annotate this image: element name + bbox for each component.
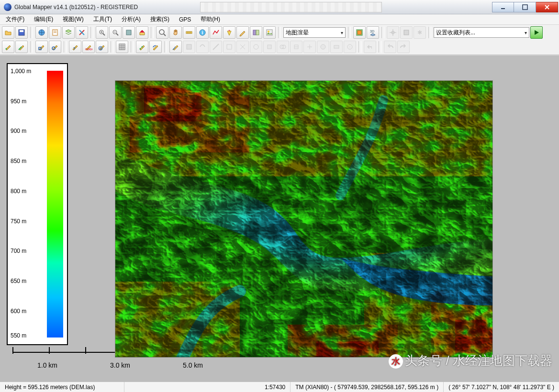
menu-bar: 文件(F) 编辑(E) 视图(W) 工具(T) 分析(A) 搜索(S) GPS … xyxy=(0,14,559,25)
create-line-button[interactable] xyxy=(15,41,28,53)
zoom-out-button[interactable] xyxy=(109,26,122,39)
create-cogo-button[interactable]: COGO xyxy=(82,41,95,53)
edit-vector-button[interactable] xyxy=(236,26,249,39)
map-render-select[interactable]: 地图渲晕 ▾ xyxy=(283,27,346,38)
svg-line-13 xyxy=(103,33,105,35)
tool-d11[interactable] xyxy=(317,41,329,53)
menu-help[interactable]: 帮助(H) xyxy=(197,14,224,24)
menu-view[interactable]: 视图(W) xyxy=(59,14,87,24)
tool-d10[interactable] xyxy=(303,41,316,53)
svg-rect-39 xyxy=(404,30,409,35)
menu-analyze[interactable]: 分析(A) xyxy=(118,14,145,24)
svg-text:✱: ✱ xyxy=(417,29,422,36)
favorites-select[interactable]: 设置收藏列表... ▾ xyxy=(434,27,529,38)
map-view[interactable] xyxy=(115,80,493,358)
svg-text:i: i xyxy=(202,30,203,35)
view-3d-button[interactable]: 3D xyxy=(367,26,379,39)
tool-d1[interactable] xyxy=(183,41,195,53)
toolbar-row-1: i 地图渲晕 ▾ 3D ✱ 设置收藏列表... ▾ xyxy=(1,26,558,39)
svg-point-54 xyxy=(140,48,141,50)
watermark-avatar-icon: 水 xyxy=(389,354,403,369)
close-button[interactable] xyxy=(536,2,558,12)
scale-label: 1.0 km xyxy=(37,361,57,369)
measure-button[interactable] xyxy=(183,26,195,39)
create-point-button[interactable] xyxy=(2,41,14,53)
menu-tools[interactable]: 工具(T) xyxy=(89,14,116,24)
svg-point-66 xyxy=(349,46,351,48)
tool-d5[interactable] xyxy=(236,41,249,53)
rotate-feature-button[interactable] xyxy=(149,41,162,53)
home-button[interactable] xyxy=(136,26,148,39)
toolbar-row-2: T COGO xyxy=(1,40,558,54)
style-button[interactable] xyxy=(76,26,88,39)
legend-tick: 600 m xyxy=(11,308,26,315)
menu-file[interactable]: 文件(F) xyxy=(2,14,28,24)
tool-d12[interactable] xyxy=(330,41,343,53)
svg-rect-49 xyxy=(119,44,125,50)
status-height: Height = 595.126 meters (DEM.las) xyxy=(0,382,124,392)
minimize-button[interactable] xyxy=(492,2,514,12)
zoom-tool-button[interactable] xyxy=(156,26,168,39)
move-vertex-button[interactable] xyxy=(136,41,148,53)
save-button[interactable] xyxy=(15,26,28,39)
viewshed-button[interactable] xyxy=(223,26,235,39)
create-rect-button[interactable] xyxy=(49,41,61,53)
svg-line-57 xyxy=(213,44,219,50)
image-swatch-button[interactable] xyxy=(263,26,276,39)
shader-options-button[interactable] xyxy=(353,26,366,39)
svg-rect-64 xyxy=(334,45,339,48)
svg-rect-31 xyxy=(267,30,272,35)
tool-d3[interactable] xyxy=(210,41,222,53)
window-title: Global Mapper v14.1 (b120512) - REGISTER… xyxy=(14,4,138,11)
gps-stop-button[interactable]: ✱ xyxy=(414,26,426,39)
status-projection: TM (XIAN80) - ( 579749.539, 2982568.167,… xyxy=(291,382,444,392)
menu-gps[interactable]: GPS xyxy=(175,15,195,24)
svg-point-20 xyxy=(159,30,164,34)
scale-feature-button[interactable] xyxy=(169,41,182,53)
svg-point-63 xyxy=(321,44,325,49)
pan-tool-button[interactable] xyxy=(169,26,182,39)
watermark: 水头条号 / 水经注地图下载器 xyxy=(389,352,552,369)
svg-point-32 xyxy=(268,31,269,33)
svg-line-21 xyxy=(164,34,166,36)
create-text-button[interactable]: T xyxy=(69,41,81,53)
legend-tick: 800 m xyxy=(11,188,26,195)
create-grid-button[interactable] xyxy=(116,41,128,53)
svg-text:T: T xyxy=(73,46,76,51)
legend-tick: 900 m xyxy=(11,128,26,134)
tool-d2[interactable] xyxy=(196,41,209,53)
create-area-button[interactable] xyxy=(35,41,48,53)
tool-d9[interactable] xyxy=(290,41,302,53)
create-range-ring-button[interactable] xyxy=(96,41,108,53)
tool-d13[interactable] xyxy=(344,41,356,53)
svg-rect-1 xyxy=(523,5,527,10)
swipe-button[interactable] xyxy=(250,26,262,39)
tool-d4[interactable] xyxy=(223,41,235,53)
maximize-button[interactable] xyxy=(514,2,536,12)
svg-text:COGO: COGO xyxy=(85,48,92,51)
svg-rect-30 xyxy=(256,30,259,35)
info-button[interactable]: i xyxy=(196,26,209,39)
redo-button[interactable] xyxy=(397,41,410,53)
config-button[interactable] xyxy=(49,26,61,39)
tool-d7[interactable] xyxy=(263,41,276,53)
open-button[interactable] xyxy=(2,26,14,39)
undo-feature-button[interactable] xyxy=(364,41,376,53)
legend-tick: 1,000 m xyxy=(11,68,31,75)
gps-track-button[interactable] xyxy=(387,26,399,39)
svg-rect-19 xyxy=(126,30,131,35)
layers-button[interactable] xyxy=(62,26,75,39)
menu-search[interactable]: 搜索(S) xyxy=(146,14,173,24)
svg-rect-59 xyxy=(268,45,271,49)
online-sources-button[interactable] xyxy=(35,26,48,39)
gps-record-button[interactable] xyxy=(400,26,413,39)
scale-label: 5.0 km xyxy=(183,361,203,369)
undo-button[interactable] xyxy=(384,41,396,53)
zoom-in-button[interactable] xyxy=(96,26,108,39)
profile-button[interactable] xyxy=(210,26,222,39)
tool-d6[interactable] xyxy=(250,41,262,53)
zoom-full-button[interactable] xyxy=(123,26,135,39)
tool-d8[interactable] xyxy=(277,41,289,53)
menu-edit[interactable]: 编辑(E) xyxy=(30,14,57,24)
run-script-button[interactable] xyxy=(530,26,543,39)
